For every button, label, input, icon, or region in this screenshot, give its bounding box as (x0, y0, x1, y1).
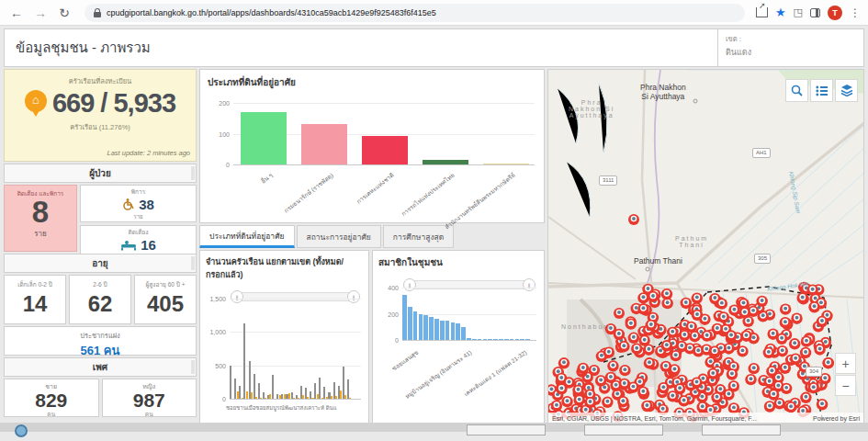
households-bar-total-19[interactable] (319, 378, 321, 399)
map-marker[interactable] (641, 401, 652, 412)
profile-avatar[interactable]: T (828, 6, 842, 20)
map-marker[interactable] (691, 377, 702, 388)
map-layers-button[interactable] (835, 79, 858, 102)
households-bar-total-0[interactable] (230, 366, 231, 399)
map-marker[interactable] (768, 389, 779, 400)
map-marker[interactable] (648, 291, 659, 302)
households-bar-total-6[interactable] (258, 383, 260, 399)
members-bar-2[interactable] (413, 311, 418, 340)
menu-kebab-icon[interactable]: ⋮ (850, 6, 861, 19)
map-marker[interactable] (707, 368, 718, 379)
members-bar-12[interactable] (467, 338, 471, 340)
land-type-bar-0[interactable] (241, 112, 287, 164)
map-search-button[interactable] (785, 79, 808, 102)
map-marker[interactable] (814, 344, 825, 355)
share-icon[interactable] (756, 7, 768, 17)
map-marker[interactable] (808, 382, 819, 393)
members-bar-23[interactable] (525, 339, 530, 340)
map-marker[interactable] (712, 323, 723, 334)
members-bar-5[interactable] (429, 317, 434, 340)
members-bar-14[interactable] (478, 339, 482, 340)
map-marker[interactable] (584, 397, 595, 408)
map-marker[interactable] (605, 372, 616, 383)
map-marker[interactable] (728, 305, 739, 316)
households-bar-filled-25[interactable] (349, 398, 351, 399)
side-panel-icon[interactable] (810, 8, 820, 17)
back-icon[interactable]: ← (7, 6, 26, 20)
map-marker[interactable] (617, 396, 628, 407)
map-marker[interactable] (776, 334, 787, 345)
map-marker[interactable] (781, 383, 792, 394)
land-type-bar-3[interactable] (423, 160, 468, 164)
households-bar-total-25[interactable] (347, 379, 349, 399)
map-marker[interactable] (658, 382, 669, 393)
members-bar-6[interactable] (434, 319, 439, 341)
map-marker[interactable] (667, 327, 678, 338)
map-marker[interactable] (602, 397, 613, 408)
members-bar-19[interactable] (504, 339, 509, 340)
zoom-in-button[interactable]: + (835, 353, 856, 374)
map-marker[interactable] (607, 360, 618, 371)
members-bar-0[interactable] (402, 295, 407, 340)
map-marker[interactable] (674, 383, 685, 394)
extensions-icon[interactable]: ◳ (794, 6, 803, 18)
map-marker[interactable] (628, 333, 639, 344)
members-bar-22[interactable] (520, 339, 524, 340)
map-marker[interactable] (808, 301, 819, 312)
map-marker[interactable] (638, 334, 649, 345)
map-marker[interactable] (817, 399, 828, 410)
map-marker[interactable] (556, 383, 567, 394)
forward-icon[interactable]: → (31, 6, 50, 20)
map-marker[interactable] (627, 381, 638, 392)
district-selector[interactable]: เขต : ดินแดง (717, 28, 864, 67)
map-marker[interactable] (578, 363, 589, 374)
members-bar-1[interactable] (408, 307, 412, 340)
map-marker[interactable] (692, 310, 703, 321)
map-marker[interactable] (797, 292, 808, 303)
map-marker[interactable] (780, 303, 791, 314)
zoom-out-button[interactable]: − (835, 375, 856, 396)
map-marker[interactable] (626, 318, 637, 329)
map-marker[interactable] (727, 368, 738, 379)
members-bar-11[interactable] (461, 327, 466, 340)
map-marker[interactable] (618, 341, 629, 352)
map-marker[interactable] (749, 363, 760, 374)
map-marker[interactable] (766, 366, 777, 377)
tab-1[interactable]: สถานะการอยู่อาศัย (297, 225, 381, 248)
members-bar-15[interactable] (483, 339, 488, 340)
members-bar-8[interactable] (445, 321, 450, 340)
members-bar-7[interactable] (440, 321, 445, 340)
members-bar-4[interactable] (423, 315, 428, 340)
tab-0[interactable]: ประเภทที่ดินที่อยู่อาศัย (199, 225, 295, 248)
land-type-bar-1[interactable] (301, 124, 347, 164)
map-marker[interactable] (718, 311, 729, 322)
map-marker[interactable] (669, 364, 680, 375)
map-marker[interactable] (676, 341, 687, 352)
map-marker[interactable] (701, 330, 712, 341)
map-marker[interactable] (689, 331, 700, 342)
tab-2[interactable]: การศึกษาสูงสุด (383, 225, 454, 248)
url-bar[interactable]: cpudgiportal.bangkok.go.th/portal/apps/d… (85, 4, 745, 22)
map-marker[interactable] (572, 385, 583, 396)
map-marker[interactable] (637, 292, 648, 303)
map-marker[interactable] (614, 329, 625, 340)
map-marker[interactable] (817, 316, 828, 327)
map-marker[interactable] (614, 308, 625, 319)
refresh-icon[interactable]: ↻ (55, 6, 73, 20)
map-marker[interactable] (646, 320, 657, 331)
land-type-bar-4[interactable] (483, 164, 529, 164)
map-marker[interactable] (790, 354, 801, 365)
map-marker[interactable] (619, 365, 630, 376)
map-marker[interactable] (603, 347, 614, 358)
members-bar-10[interactable] (456, 323, 460, 340)
members-bar-18[interactable] (499, 339, 503, 340)
members-bar-13[interactable] (472, 339, 477, 340)
map-marker[interactable] (678, 395, 689, 406)
map-marker[interactable] (737, 345, 748, 356)
map-marker[interactable] (745, 374, 756, 385)
bookmark-star-icon[interactable]: ★ (775, 6, 786, 19)
map-marker[interactable] (723, 389, 734, 400)
map-marker[interactable] (756, 296, 767, 307)
map-marker[interactable] (789, 338, 800, 349)
members-bar-16[interactable] (488, 339, 492, 340)
